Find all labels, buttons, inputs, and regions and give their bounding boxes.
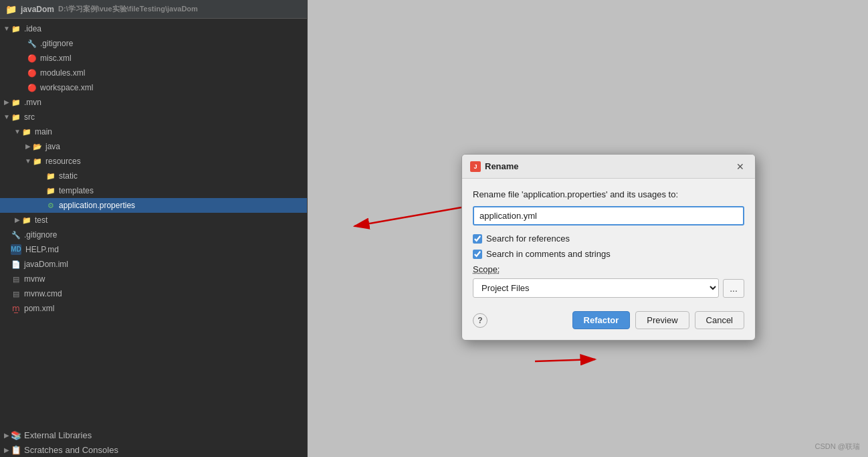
- arrow-extlibs: ▶: [3, 432, 11, 439]
- extlib-icon: 📚: [11, 430, 21, 440]
- folder-icon-resources: 📁: [32, 156, 43, 167]
- project-name: javaDom: [21, 5, 54, 14]
- tree-label-src: src: [24, 113, 35, 121]
- svg-line-2: [535, 359, 595, 361]
- tree-label-misc: misc.xml: [40, 54, 72, 62]
- close-button[interactable]: ✕: [734, 160, 747, 173]
- footer-left: ?: [473, 313, 487, 328]
- dialog-title: Rename: [485, 161, 519, 171]
- arrow-mvn: ▶: [3, 99, 11, 106]
- folder-icon-static: 📁: [45, 171, 56, 181]
- arrow-resources: ▼: [24, 158, 32, 165]
- tree-item-static[interactable]: 📁 static: [0, 169, 307, 183]
- project-header: 📁 javaDom D:\学习案例\vue实验\fileTesting\java…: [0, 0, 307, 19]
- tree-item-idea[interactable]: ▼ 📁 .idea: [0, 21, 307, 36]
- folder-icon-templates: 📁: [45, 185, 56, 196]
- rename-dialog: J Rename ✕ Rename file 'application.prop…: [461, 154, 756, 341]
- tree-label-resources: resources: [45, 157, 81, 165]
- tree-item-gitignore[interactable]: 🔧 .gitignore: [0, 36, 307, 51]
- xml-icon-misc: 🔴: [27, 53, 37, 64]
- folder-icon-main: 📁: [21, 126, 32, 137]
- scope-label: Scope:: [473, 264, 744, 274]
- dialog-title-left: J Rename: [470, 161, 519, 172]
- arrow-java: ▶: [24, 143, 32, 150]
- tree-item-helpmd[interactable]: MD HELP.md: [0, 242, 307, 257]
- mvnwcmd-icon: ▤: [11, 288, 21, 299]
- search-comments-label: Search in comments and strings: [486, 249, 611, 259]
- tree-label-helpmd: HELP.md: [25, 246, 59, 254]
- project-path: D:\学习案例\vue实验\fileTesting\javaDom: [58, 4, 198, 14]
- scope-row: Project Files Module Directory Custom ..…: [473, 278, 744, 298]
- tree-label-mvn: .mvn: [24, 98, 41, 106]
- folder-icon-src: 📁: [11, 112, 21, 122]
- footer-right: Refactor Preview Cancel: [572, 311, 744, 329]
- tree-label-mvnw: mvnw: [24, 275, 45, 283]
- folder-icon-test: 📁: [21, 215, 32, 225]
- svg-line-1: [354, 207, 461, 226]
- preview-button[interactable]: Preview: [635, 311, 689, 329]
- help-button[interactable]: ?: [473, 313, 487, 328]
- tree-label-pomxml: pom.xml: [24, 304, 54, 312]
- tree-item-mvn[interactable]: ▶ 📁 .mvn: [0, 95, 307, 110]
- xml-icon-modules: 🔴: [27, 68, 37, 78]
- tree-label-mvnwcmd: mvnw.cmd: [24, 290, 62, 298]
- tree-item-java[interactable]: ▶ 📂 java: [0, 139, 307, 154]
- arrow-test: ▶: [13, 217, 21, 223]
- cancel-button[interactable]: Cancel: [695, 311, 744, 329]
- tree-item-external-libraries[interactable]: ▶ 📚 External Libraries: [0, 428, 307, 442]
- tree-item-gitignore2[interactable]: 🔧 .gitignore: [0, 227, 307, 242]
- search-comments-row: Search in comments and strings: [473, 249, 744, 259]
- tree-label-extlibs: External Libraries: [24, 430, 92, 440]
- tree-label-gitignore: .gitignore: [40, 39, 73, 48]
- arrow-main: ▼: [13, 128, 21, 135]
- tree-item-javadomiml[interactable]: 📄 javaDom.iml: [0, 257, 307, 272]
- pom-icon: m̲: [11, 303, 21, 314]
- scope-more-button[interactable]: ...: [723, 279, 744, 298]
- main-content: J Rename ✕ Rename file 'application.prop…: [308, 0, 868, 457]
- tree-label-javadomiml: javaDom.iml: [24, 260, 68, 268]
- mvnw-icon: ▤: [11, 274, 21, 284]
- tree-label-test: test: [35, 216, 47, 224]
- dialog-body: Rename file 'application.properties' and…: [462, 179, 755, 340]
- tree-label-application: application.properties: [59, 201, 135, 209]
- tree-label-gitignore2: .gitignore: [24, 231, 57, 239]
- tree-label-templates: templates: [59, 187, 94, 195]
- refactor-button[interactable]: Refactor: [572, 311, 631, 329]
- project-sidebar: 📁 javaDom D:\学习案例\vue实验\fileTesting\java…: [0, 0, 308, 457]
- tree-item-scratches[interactable]: ▶ 📋 Scratches and Consoles: [0, 442, 307, 457]
- dialog-titlebar: J Rename ✕: [462, 155, 755, 179]
- search-references-label: Search for references: [486, 234, 570, 244]
- xml-icon-workspace: 🔴: [27, 82, 37, 93]
- tree-item-misc[interactable]: 🔴 misc.xml: [0, 51, 307, 66]
- gitignore2-icon: 🔧: [11, 230, 21, 240]
- folder-icon-idea: 📁: [11, 23, 21, 34]
- tree-item-resources[interactable]: ▼ 📁 resources: [0, 154, 307, 169]
- search-references-checkbox[interactable]: [473, 234, 482, 244]
- iml-icon: 📄: [11, 259, 21, 270]
- tree-label-static: static: [59, 172, 78, 180]
- tree-label-idea: .idea: [24, 25, 41, 33]
- search-comments-checkbox[interactable]: [473, 250, 482, 259]
- tree-item-workspace[interactable]: 🔴 workspace.xml: [0, 80, 307, 95]
- project-icon: 📁: [5, 4, 17, 15]
- folder-icon-java: 📂: [32, 141, 43, 152]
- arrow-src: ▼: [3, 114, 11, 120]
- tree-item-pomxml[interactable]: m̲ pom.xml: [0, 301, 307, 316]
- md-icon: MD: [11, 244, 21, 255]
- scope-select[interactable]: Project Files Module Directory Custom: [473, 278, 719, 298]
- tree-item-src[interactable]: ▼ 📁 src: [0, 110, 307, 124]
- tree-item-mvnwcmd[interactable]: ▤ mvnw.cmd: [0, 286, 307, 301]
- dialog-app-icon: J: [470, 161, 481, 172]
- arrow-idea: ▼: [3, 25, 11, 32]
- rename-input[interactable]: [473, 206, 744, 225]
- properties-icon: ⚙: [45, 200, 56, 211]
- tree-item-main[interactable]: ▼ 📁 main: [0, 124, 307, 139]
- tree-item-mvnw[interactable]: ▤ mvnw: [0, 272, 307, 286]
- tree-item-templates[interactable]: 📁 templates: [0, 183, 307, 198]
- tree-item-modules[interactable]: 🔴 modules.xml: [0, 66, 307, 80]
- tree-item-application[interactable]: ⚙ application.properties: [0, 198, 307, 213]
- tree-label-modules: modules.xml: [40, 69, 85, 77]
- tree-item-test[interactable]: ▶ 📁 test: [0, 213, 307, 227]
- search-references-row: Search for references: [473, 234, 744, 244]
- scratches-icon: 📋: [11, 444, 21, 455]
